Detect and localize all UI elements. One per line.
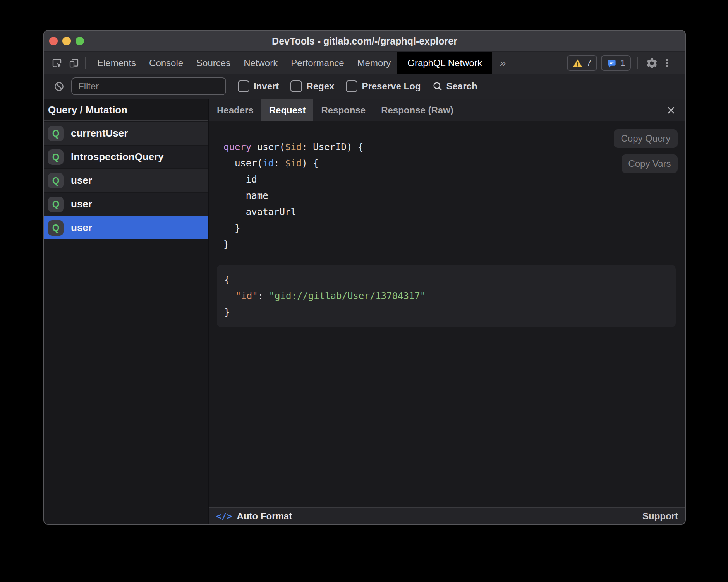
filter-bar: Invert Regex Preserve Log Search: [44, 74, 685, 99]
detail-tab-bar: Headers Request Response Response (Raw): [209, 99, 685, 121]
query-type-badge: Q: [48, 149, 64, 165]
query-name: currentUser: [71, 127, 128, 139]
tab-response-raw[interactable]: Response (Raw): [373, 99, 461, 121]
graphql-query-code: query user($id: UserID) { user(id: $id) …: [223, 139, 685, 253]
device-toolbar-icon[interactable]: [67, 56, 81, 70]
query-list-item[interactable]: Q currentUser: [44, 122, 208, 145]
code-line: }: [223, 236, 685, 253]
support-link[interactable]: Support: [642, 511, 678, 522]
search-icon: [432, 81, 443, 92]
regex-checkbox-group: Regex: [290, 80, 334, 92]
sidebar-header: Query / Mutation: [44, 99, 208, 121]
maximize-window-button[interactable]: [76, 37, 84, 45]
message-count: 1: [620, 58, 625, 68]
query-list-item[interactable]: Q user: [44, 193, 208, 216]
tab-network[interactable]: Network: [237, 52, 284, 74]
code-line: avatarUrl: [223, 204, 685, 220]
toolbar-separator: [637, 57, 638, 69]
more-tabs-chevron-icon[interactable]: »: [492, 57, 514, 69]
preserve-log-checkbox[interactable]: [346, 80, 357, 92]
code-line: user(id: $id) {: [223, 155, 685, 171]
query-type-badge: Q: [48, 220, 64, 236]
query-list-item[interactable]: Q user: [44, 169, 208, 192]
close-window-button[interactable]: [49, 37, 58, 45]
query-name: user: [71, 175, 92, 187]
code-line: }: [223, 220, 685, 236]
auto-format-button[interactable]: Auto Format: [237, 511, 292, 522]
invert-checkbox-group: Invert: [238, 80, 279, 92]
devtools-window: DevTools - gitlab.com/-/graphql-explorer…: [43, 30, 686, 525]
preserve-log-label: Preserve Log: [362, 81, 421, 92]
preserve-log-checkbox-group: Preserve Log: [346, 80, 421, 92]
query-list-sidebar: Query / Mutation Q currentUser Q Introsp…: [44, 99, 209, 524]
tab-sources[interactable]: Sources: [190, 52, 237, 74]
copy-vars-button[interactable]: Copy Vars: [622, 154, 678, 173]
search-label: Search: [446, 81, 477, 92]
tab-console[interactable]: Console: [143, 52, 190, 74]
tab-elements[interactable]: Elements: [91, 52, 143, 74]
variables-line: }: [224, 304, 676, 320]
code-line: name: [223, 188, 685, 204]
query-variables-box: { "id": "gid://gitlab/User/13704317" }: [217, 265, 676, 327]
regex-checkbox[interactable]: [290, 80, 302, 92]
messages-badge-button[interactable]: 1: [601, 55, 631, 71]
kebab-menu-icon[interactable]: [659, 55, 675, 71]
tab-response[interactable]: Response: [313, 99, 373, 121]
search-control[interactable]: Search: [432, 81, 477, 92]
code-brackets-icon: </>: [216, 511, 232, 521]
devtools-tab-bar: Elements Console Sources Network Perform…: [44, 52, 685, 74]
panel-footer: </> Auto Format Support: [209, 507, 685, 524]
tab-graphql-network[interactable]: GraphQL Network: [397, 52, 492, 74]
query-type-badge: Q: [48, 173, 64, 188]
filter-input[interactable]: [71, 77, 226, 95]
variables-line: {: [224, 272, 676, 288]
toolbar-separator: [85, 57, 86, 69]
variables-line: "id": "gid://gitlab/User/13704317": [224, 288, 676, 304]
invert-checkbox[interactable]: [238, 80, 249, 92]
query-type-badge: Q: [48, 126, 64, 141]
warning-icon: [572, 58, 583, 68]
code-line: id: [223, 171, 685, 188]
minimize-window-button[interactable]: [62, 37, 71, 45]
regex-label: Regex: [306, 81, 334, 92]
warning-count: 7: [586, 58, 591, 68]
query-name: user: [71, 198, 92, 210]
tab-headers[interactable]: Headers: [209, 99, 261, 121]
query-list-item-selected[interactable]: Q user: [44, 216, 208, 239]
warnings-badge-button[interactable]: 7: [567, 55, 597, 71]
settings-gear-icon[interactable]: [644, 55, 659, 71]
query-name: user: [71, 222, 92, 234]
message-bubble-icon: [606, 58, 617, 68]
inspect-element-icon[interactable]: [50, 56, 64, 70]
clear-block-icon[interactable]: [53, 81, 64, 92]
copy-query-button[interactable]: Copy Query: [614, 129, 678, 148]
title-bar: DevTools - gitlab.com/-/graphql-explorer: [44, 31, 685, 52]
query-type-badge: Q: [48, 197, 64, 212]
query-list-item[interactable]: Q IntrospectionQuery: [44, 146, 208, 168]
query-name: IntrospectionQuery: [71, 151, 164, 163]
tab-request[interactable]: Request: [261, 99, 314, 121]
request-panel: query user($id: UserID) { user(id: $id) …: [209, 121, 685, 507]
tab-performance[interactable]: Performance: [284, 52, 350, 74]
invert-label: Invert: [254, 81, 279, 92]
window-title: DevTools - gitlab.com/-/graphql-explorer: [272, 36, 457, 47]
traffic-lights: [49, 31, 84, 51]
close-detail-icon[interactable]: [663, 99, 679, 121]
tab-memory[interactable]: Memory: [351, 52, 398, 74]
